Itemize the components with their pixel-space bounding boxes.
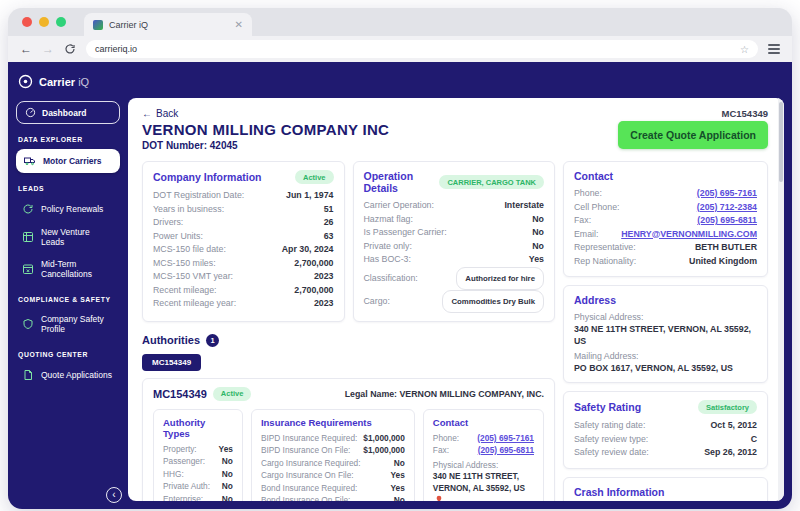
- physical-address-value: 340 NE 11TH STREET, VERNON, AL 35592, US: [574, 323, 757, 347]
- physical-address-label: Physical Address:: [433, 460, 534, 472]
- row-value: Yes: [219, 443, 233, 456]
- row-label: Rep Nationality:: [574, 255, 636, 269]
- back-label: Back: [156, 108, 178, 119]
- row-label: Safety review type:: [574, 433, 648, 447]
- row-value: Apr 30, 2024: [282, 243, 334, 257]
- sidebar-collapse-button[interactable]: ‹: [106, 487, 122, 503]
- row-value: United Kingdom: [689, 255, 757, 269]
- sidebar: Carrier iQ Dashboard DATA EXPLORER Motor…: [8, 62, 128, 509]
- cell-phone-link[interactable]: (205) 712-2384: [697, 201, 757, 215]
- card-title: Company Information: [153, 171, 262, 183]
- phone-link[interactable]: (205) 695-7161: [697, 187, 757, 201]
- card-title: Crash Information: [574, 486, 664, 498]
- browser-menu-icon[interactable]: [768, 44, 780, 54]
- info-row: Enterprise:No: [163, 493, 233, 502]
- row-label: Email:: [574, 228, 598, 242]
- row-value: Yes: [529, 253, 544, 267]
- info-row: Safety review date:Sep 26, 2012: [574, 446, 757, 460]
- mailing-address-label: Mailing Address:: [574, 350, 757, 362]
- sidebar-item-label: Mid-Term Cancellations: [41, 259, 114, 279]
- browser-tab[interactable]: Carrier iQ ✕: [84, 13, 252, 36]
- info-row: Years in business:51: [153, 203, 334, 217]
- info-row: Passenger:No: [163, 455, 233, 468]
- minimize-window-button[interactable]: [39, 17, 49, 27]
- back-arrow-icon: ←: [142, 108, 152, 119]
- row-value: 2,700,000: [294, 284, 333, 298]
- row-label: Bond Insurance On File:: [261, 494, 350, 501]
- truck-icon: [24, 155, 36, 167]
- info-row: DOT Registration Date:Jun 1, 1974: [153, 189, 334, 203]
- maximize-window-button[interactable]: [56, 17, 66, 27]
- sidebar-section-leads: LEADS: [18, 185, 118, 192]
- fax-link[interactable]: (205) 695-6811: [478, 444, 534, 457]
- company-information-card: Company Information Active DOT Registrat…: [142, 161, 345, 322]
- row-value: 63: [324, 230, 334, 244]
- row-label: Private only:: [364, 240, 412, 254]
- window-controls: [22, 17, 66, 27]
- app-page: Carrier iQ Dashboard DATA EXPLORER Motor…: [8, 62, 792, 509]
- tab-close-icon[interactable]: ✕: [235, 19, 243, 30]
- info-row: Cargo:Commodities Dry Bulk: [364, 290, 545, 313]
- url-bar[interactable]: carrieriq.io ☆: [86, 40, 758, 58]
- document-icon: [22, 369, 34, 381]
- insurance-requirements-card: Insurance Requirements BIPD Insurance Re…: [251, 409, 415, 502]
- row-label: Passenger:: [163, 455, 205, 468]
- info-row: Carrier Operation:Interstate: [364, 199, 545, 213]
- authority-types-card: Authority Types Property:Yes Passenger:N…: [153, 409, 243, 502]
- info-row: MCS-150 VMT year:2023: [153, 270, 334, 284]
- email-link[interactable]: HENRY@VERNONMILLING.COM: [621, 228, 757, 242]
- info-row: Cell Phone:(205) 712-2384: [574, 201, 757, 215]
- info-row: Private only:No: [364, 240, 545, 254]
- close-window-button[interactable]: [22, 17, 32, 27]
- create-quote-application-button[interactable]: Create Quote Application: [618, 121, 768, 149]
- classification-chip: Authorized for hire: [456, 267, 544, 290]
- reload-icon[interactable]: [64, 43, 76, 55]
- safety-rating-card: Safety Rating Satisfactory Safety rating…: [563, 391, 768, 469]
- info-row: Bond Insurance On File:No: [261, 494, 405, 501]
- scrollbar[interactable]: [778, 98, 784, 501]
- info-row: Email:HENRY@VERNONMILLING.COM: [574, 228, 757, 242]
- bookmark-star-icon[interactable]: ☆: [740, 44, 749, 55]
- forward-nav-icon[interactable]: →: [42, 43, 54, 55]
- row-label: Cell Phone:: [574, 201, 619, 215]
- main-area: ← Back MC154349 VERNON MILLING COMPANY I…: [128, 62, 792, 509]
- authority-detail-card: MC154349 Active Legal Name: VERNON MILLI…: [142, 378, 555, 502]
- scrollbar-thumb[interactable]: [779, 102, 783, 182]
- info-row: Recent mileage year:2023: [153, 297, 334, 311]
- sidebar-item-motor-carriers[interactable]: Motor Carriers: [16, 149, 120, 173]
- info-row: Bond Insurance Required:Yes: [261, 482, 405, 495]
- row-value: 2023: [314, 270, 334, 284]
- browser-tab-strip: Carrier iQ ✕: [8, 8, 792, 36]
- cancellation-icon: [22, 263, 34, 275]
- sidebar-section-data-explorer: DATA EXPLORER: [18, 136, 118, 143]
- info-row: Has BOC-3:Yes: [364, 253, 545, 267]
- sidebar-item-mid-term-cancellations[interactable]: Mid-Term Cancellations: [16, 254, 120, 284]
- sidebar-item-label: Dashboard: [42, 108, 86, 118]
- fax-link[interactable]: (205) 695-6811: [697, 214, 757, 228]
- authority-tab-mc154349[interactable]: MC154349: [142, 354, 201, 371]
- renewal-icon: [22, 203, 34, 215]
- back-button[interactable]: ← Back: [142, 108, 178, 119]
- tab-favicon: [93, 20, 103, 30]
- sidebar-item-company-safety-profile[interactable]: Company Safety Profile: [16, 309, 120, 339]
- sidebar-item-policy-renewals[interactable]: Policy Renewals: [16, 198, 120, 220]
- sidebar-item-quote-applications[interactable]: Quote Applications: [16, 364, 120, 386]
- back-nav-icon[interactable]: ←: [20, 43, 32, 55]
- sidebar-item-dashboard[interactable]: Dashboard: [16, 101, 120, 124]
- info-row: Cargo Insurance Required:No: [261, 457, 405, 470]
- row-label: Property:: [163, 443, 197, 456]
- row-value: 2023: [314, 297, 334, 311]
- info-row: Property:Yes: [163, 443, 233, 456]
- info-row: Safety review type:C: [574, 433, 757, 447]
- sidebar-section-compliance: COMPLIANCE & SAFETY: [18, 296, 118, 303]
- card-title: Contact: [574, 170, 613, 182]
- dot-number: DOT Number: 42045: [142, 140, 389, 151]
- phone-link[interactable]: (205) 695-7161: [477, 432, 534, 445]
- info-row: Power Units:63: [153, 230, 334, 244]
- card-title: Operation Details: [364, 170, 440, 194]
- legal-name: Legal Name: VERNON MILLING COMPANY, INC.: [345, 389, 544, 399]
- row-label: DOT Registration Date:: [153, 189, 244, 203]
- row-label: Has BOC-3:: [364, 253, 411, 267]
- sidebar-item-new-venture-leads[interactable]: New Venture Leads: [16, 222, 120, 252]
- row-label: Classification:: [364, 270, 418, 287]
